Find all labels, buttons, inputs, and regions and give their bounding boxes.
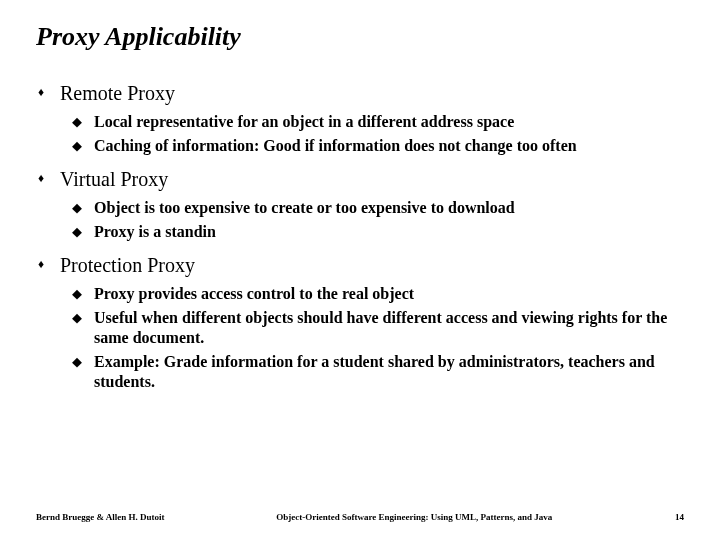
sub-item-text: Useful when different objects should hav… [94, 309, 667, 346]
diamond-bullet-icon: ◆ [72, 139, 82, 152]
list-item: ◆ Proxy is a standin [72, 222, 684, 242]
section-heading: Protection Proxy [60, 254, 195, 276]
sub-item-text: Proxy is a standin [94, 223, 216, 240]
diamond-bullet-icon: ◆ [72, 225, 82, 238]
list-item: ◆ Local representative for an object in … [72, 112, 684, 132]
footer-page-number: 14 [664, 512, 684, 522]
footer-authors: Bernd Bruegge & Allen H. Dutoit [36, 512, 165, 522]
diamond-bullet-icon: ◆ [72, 115, 82, 128]
footer-book-title: Object-Oriented Software Engineering: Us… [165, 512, 665, 522]
sub-list: ◆ Proxy provides access control to the r… [72, 284, 684, 392]
section-heading: Virtual Proxy [60, 168, 168, 190]
diamond-bullet-icon: ◆ [72, 355, 82, 368]
list-item: ◆ Proxy provides access control to the r… [72, 284, 684, 304]
sub-item-text: Proxy provides access control to the rea… [94, 285, 414, 302]
slide-title: Proxy Applicability [36, 22, 684, 52]
list-item: ◆ Caching of information: Good if inform… [72, 136, 684, 156]
list-item: ♦ Remote Proxy ◆ Local representative fo… [36, 80, 684, 156]
diamond-bullet-icon: ♦ [38, 86, 44, 98]
diamond-bullet-icon: ♦ [38, 258, 44, 270]
list-item: ♦ Virtual Proxy ◆ Object is too expensiv… [36, 166, 684, 242]
section-heading: Remote Proxy [60, 82, 175, 104]
diamond-bullet-icon: ◆ [72, 311, 82, 324]
sub-item-text: Caching of information: Good if informat… [94, 137, 577, 154]
diamond-bullet-icon: ♦ [38, 172, 44, 184]
sub-item-text: Object is too expensive to create or too… [94, 199, 515, 216]
list-item: ◆ Useful when different objects should h… [72, 308, 684, 348]
list-item: ◆ Object is too expensive to create or t… [72, 198, 684, 218]
slide: Proxy Applicability ♦ Remote Proxy ◆ Loc… [0, 0, 720, 540]
bullet-list: ♦ Remote Proxy ◆ Local representative fo… [36, 80, 684, 392]
sub-item-text: Example: Grade information for a student… [94, 353, 655, 390]
sub-list: ◆ Local representative for an object in … [72, 112, 684, 156]
list-item: ◆ Example: Grade information for a stude… [72, 352, 684, 392]
sub-item-text: Local representative for an object in a … [94, 113, 514, 130]
diamond-bullet-icon: ◆ [72, 201, 82, 214]
list-item: ♦ Protection Proxy ◆ Proxy provides acce… [36, 252, 684, 392]
diamond-bullet-icon: ◆ [72, 287, 82, 300]
slide-footer: Bernd Bruegge & Allen H. Dutoit Object-O… [0, 512, 720, 522]
sub-list: ◆ Object is too expensive to create or t… [72, 198, 684, 242]
